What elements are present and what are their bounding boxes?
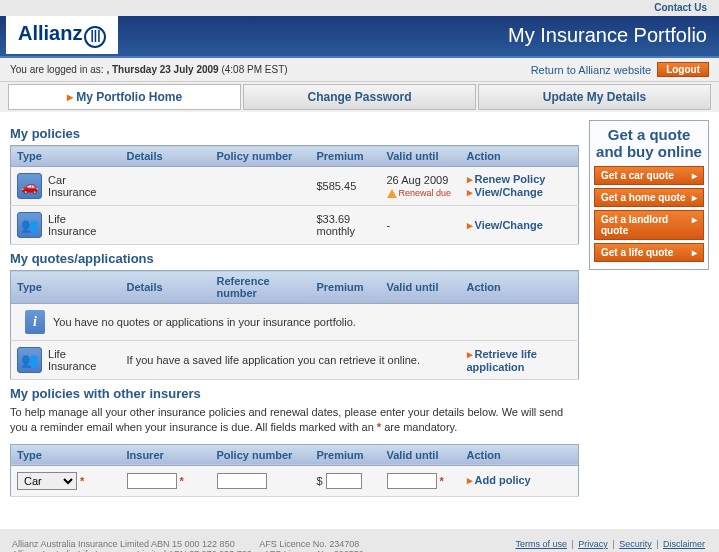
tab-change-password[interactable]: Change Password (243, 84, 476, 110)
quote-panel: Get a quoteand buy online Get a car quot… (589, 120, 709, 270)
table-row: 🚗Car Insurance $585.45 26 Aug 2009Renewa… (11, 167, 579, 206)
tab-portfolio-home[interactable]: ▸ My Portfolio Home (8, 84, 241, 110)
privacy-link[interactable]: Privacy (578, 539, 608, 549)
return-link[interactable]: Return to Allianz website (531, 64, 651, 76)
view-change-link[interactable]: ▸View/Change (467, 219, 543, 231)
section-my-quotes: My quotes/applications (10, 251, 579, 266)
table-row: 👥Life Insurance If you have a saved life… (11, 341, 579, 380)
get-home-quote-button[interactable]: Get a home quote▸ (594, 188, 704, 207)
car-icon: 🚗 (17, 173, 42, 199)
footer: Allianz Australia Insurance Limited ABN … (0, 529, 719, 552)
people-icon: 👥 (17, 347, 42, 373)
logout-button[interactable]: Logout (657, 62, 709, 77)
info-icon: i (25, 310, 45, 334)
insurer-input[interactable] (127, 473, 177, 489)
disclaimer-link[interactable]: Disclaimer (663, 539, 705, 549)
tab-update-details[interactable]: Update My Details (478, 84, 711, 110)
retrieve-life-link[interactable]: ▸Retrieve life application (467, 348, 537, 373)
section-my-policies: My policies (10, 126, 579, 141)
chevron-right-icon: ▸ (692, 214, 697, 236)
login-bar: You are logged in as: , Thursday 23 July… (0, 58, 719, 82)
table-row: iYou have no quotes or applications in y… (11, 304, 579, 341)
renew-policy-link[interactable]: ▸Renew Policy (467, 173, 546, 185)
quotes-table: Type Details Reference number Premium Va… (10, 270, 579, 380)
contact-link[interactable]: Contact Us (654, 2, 707, 13)
chevron-right-icon: ▸ (692, 192, 697, 203)
logo: Allianz (6, 16, 118, 54)
other-intro: To help manage all your other insurance … (10, 405, 579, 436)
table-row: Car * * $ * ▸Add policy (11, 465, 579, 496)
premium-input[interactable] (326, 473, 362, 489)
header: Allianz My Insurance Portfolio (0, 16, 719, 58)
table-row: 👥Life Insurance $33.69 monthly - ▸View/C… (11, 206, 579, 245)
valid-until-input[interactable] (387, 473, 437, 489)
terms-link[interactable]: Terms of use (515, 539, 567, 549)
chevron-right-icon: ▸ (692, 170, 697, 181)
get-landlord-quote-button[interactable]: Get a landlord quote▸ (594, 210, 704, 240)
policies-table: Type Details Policy number Premium Valid… (10, 145, 579, 245)
get-life-quote-button[interactable]: Get a life quote▸ (594, 243, 704, 262)
allianz-eagle-icon (84, 26, 106, 48)
section-other-insurers: My policies with other insurers (10, 386, 579, 401)
chevron-right-icon: ▸ (67, 90, 73, 104)
warning-icon (387, 189, 397, 198)
page-title: My Insurance Portfolio (508, 24, 707, 47)
people-icon: 👥 (17, 212, 42, 238)
chevron-right-icon: ▸ (692, 247, 697, 258)
other-table: Type Insurer Policy number Premium Valid… (10, 444, 579, 497)
security-link[interactable]: Security (619, 539, 652, 549)
add-policy-link[interactable]: ▸Add policy (467, 474, 531, 486)
get-car-quote-button[interactable]: Get a car quote▸ (594, 166, 704, 185)
type-select[interactable]: Car (17, 472, 77, 490)
policy-number-input[interactable] (217, 473, 267, 489)
view-change-link[interactable]: ▸View/Change (467, 186, 543, 198)
